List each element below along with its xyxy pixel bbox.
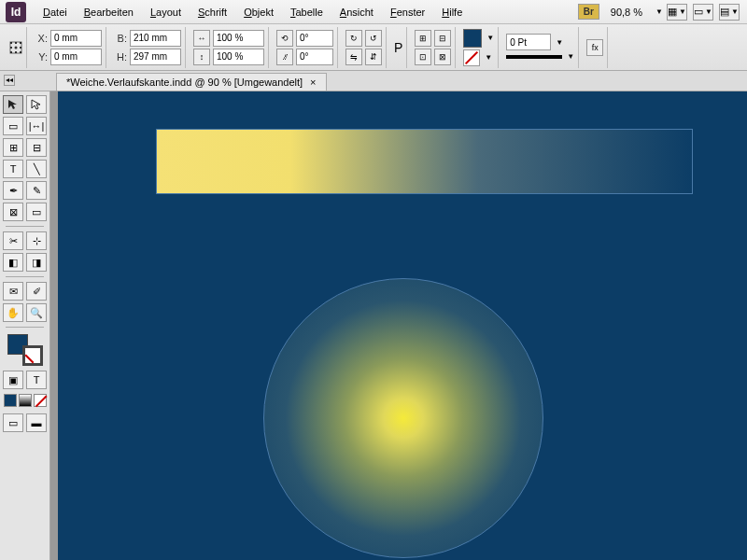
content-placer-tool[interactable]: ⊟ (26, 138, 47, 157)
width-input[interactable] (130, 30, 181, 47)
x-label: X: (35, 33, 48, 44)
svg-point-4 (10, 47, 12, 49)
eyedropper-tool[interactable]: ✐ (26, 282, 47, 301)
svg-point-8 (15, 51, 17, 53)
document-tab[interactable]: *Weiche.Verlaufskante.indd @ 90 % [Umgew… (56, 73, 327, 91)
y-input[interactable] (50, 49, 102, 65)
content-collector-tool[interactable]: ⊞ (3, 138, 23, 157)
shear-icon: ⫽ (276, 49, 293, 65)
x-input[interactable] (50, 30, 102, 47)
scissors-tool[interactable]: ✂ (3, 231, 23, 250)
menu-bearbeiten[interactable]: Bearbeiten (77, 4, 141, 21)
rectangle-frame-tool[interactable]: ⊠ (3, 203, 23, 221)
pen-tool[interactable]: ✒ (3, 181, 23, 200)
fill-stroke-proxy[interactable] (7, 334, 43, 366)
zoom-level[interactable]: 90,8 % (607, 5, 646, 20)
apply-gradient-icon[interactable] (19, 394, 32, 407)
preview-view-icon[interactable]: ▬ (26, 413, 47, 432)
rotate-input[interactable] (296, 30, 333, 47)
h-label: H: (114, 51, 127, 63)
arrange-icon[interactable]: ▤▼ (719, 4, 740, 21)
height-input[interactable] (130, 49, 181, 65)
menu-hilfe[interactable]: Hilfe (434, 4, 470, 21)
canvas[interactable] (50, 91, 747, 560)
reference-point[interactable] (6, 27, 27, 68)
app-icon: Id (6, 2, 26, 22)
collapse-panel-icon[interactable]: ◂◂ (4, 75, 15, 86)
hand-tool[interactable]: ✋ (3, 303, 23, 322)
svg-point-7 (10, 51, 12, 53)
free-transform-tool[interactable]: ⊹ (26, 231, 47, 250)
svg-point-5 (15, 46, 18, 49)
type-tool[interactable]: T (3, 160, 23, 178)
gap-tool[interactable]: |↔| (26, 117, 47, 135)
rectangle-tool[interactable]: ▭ (26, 203, 47, 221)
svg-point-1 (10, 42, 12, 44)
note-tool[interactable]: ✉ (3, 282, 23, 301)
bridge-badge[interactable]: Br (578, 4, 599, 20)
view-options-icon[interactable]: ▦▼ (667, 4, 687, 21)
shear-input[interactable] (296, 49, 333, 65)
distribute-icon[interactable]: ⊟ (434, 30, 451, 47)
menu-schrift[interactable]: Schrift (190, 4, 234, 21)
flip-h-icon[interactable]: ⇋ (345, 49, 362, 65)
menu-bar: Id Datei Bearbeiten Layout Schrift Objek… (0, 0, 747, 24)
pencil-tool[interactable]: ✎ (26, 181, 47, 200)
scale-x-input[interactable] (213, 30, 264, 47)
gradient-swatch-tool[interactable]: ◧ (3, 253, 23, 272)
tools-panel: ▭|↔| ⊞⊟ T╲ ✒✎ ⊠▭ ✂⊹ ◧◨ ✉✐ ✋🔍 ▣T ▭▬ (0, 91, 50, 560)
menu-tabelle[interactable]: Tabelle (283, 4, 331, 21)
apply-none-icon[interactable] (34, 394, 47, 407)
group-icon[interactable]: ⊡ (415, 49, 431, 65)
page[interactable] (58, 91, 747, 560)
stroke-swatch[interactable] (463, 49, 480, 66)
document-title: *Weiche.Verlaufskante.indd @ 90 % [Umgew… (66, 77, 303, 88)
menu-fenster[interactable]: Fenster (383, 4, 432, 21)
svg-point-3 (20, 42, 21, 44)
scale-y-input[interactable] (213, 49, 264, 65)
ungroup-icon[interactable]: ⊠ (434, 49, 451, 65)
chevron-down-icon[interactable]: ▼ (485, 53, 492, 62)
svg-point-2 (15, 42, 17, 44)
gradient-feather-tool[interactable]: ◨ (26, 253, 47, 272)
scale-y-icon: ↕ (193, 49, 210, 65)
fill-swatch[interactable] (463, 29, 482, 48)
menu-layout[interactable]: Layout (143, 4, 189, 21)
menu-ansicht[interactable]: Ansicht (332, 4, 381, 21)
scale-x-icon: ↔ (193, 30, 210, 47)
document-tab-bar: *Weiche.Verlaufskante.indd @ 90 % [Umgew… (0, 71, 747, 91)
stroke-proxy[interactable] (22, 345, 43, 366)
close-icon[interactable]: × (310, 77, 316, 88)
gradient-rectangle[interactable] (156, 129, 693, 194)
effects-icon[interactable]: fx (586, 39, 603, 56)
stroke-weight-input[interactable] (506, 34, 551, 50)
w-label: B: (114, 33, 127, 44)
stroke-style[interactable] (506, 55, 562, 59)
control-panel: X: Y: B: H: ↔ ↕ ⟲ ⫽ ↻↺ ⇋⇵ P ⊞⊟ ⊡⊠ ▼ ▼ ▼ … (0, 24, 747, 71)
line-tool[interactable]: ╲ (26, 160, 47, 178)
flip-v-icon[interactable]: ⇵ (365, 49, 382, 65)
svg-point-9 (20, 51, 21, 53)
formatting-text-icon[interactable]: T (26, 371, 47, 389)
align-icon[interactable]: ⊞ (415, 30, 431, 47)
menu-objekt[interactable]: Objekt (236, 4, 281, 21)
zoom-tool[interactable]: 🔍 (26, 303, 47, 322)
screen-mode-icon[interactable]: ▭▼ (693, 4, 713, 21)
formatting-container-icon[interactable]: ▣ (3, 371, 23, 389)
y-label: Y: (35, 51, 48, 63)
rotate-ccw-icon[interactable]: ↺ (365, 30, 382, 47)
chevron-down-icon[interactable]: ▼ (655, 7, 663, 16)
rotate-icon: ⟲ (276, 30, 293, 47)
normal-view-icon[interactable]: ▭ (3, 413, 23, 432)
menu-datei[interactable]: Datei (35, 4, 75, 21)
gradient-circle[interactable] (263, 278, 543, 558)
chevron-down-icon[interactable]: ▼ (486, 34, 494, 42)
paragraph-p-icon: P (394, 40, 402, 55)
rotate-cw-icon[interactable]: ↻ (345, 30, 362, 47)
page-tool[interactable]: ▭ (3, 117, 23, 135)
direct-selection-tool[interactable] (26, 95, 47, 114)
svg-point-6 (20, 47, 21, 49)
apply-color-icon[interactable] (4, 394, 17, 407)
selection-tool[interactable] (3, 95, 23, 114)
